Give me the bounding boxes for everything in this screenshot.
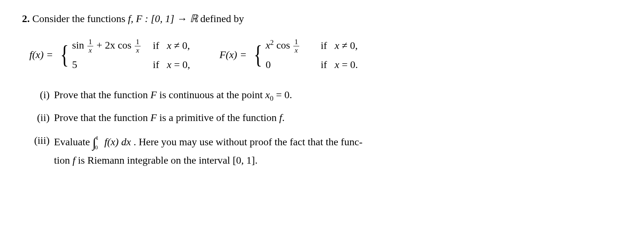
fraction: 1x [293,38,299,54]
f-case1-cond: if x ≠ 0, [153,38,190,53]
part-i-label: (i) [22,87,54,103]
f-case2-cond: if x = 0, [153,57,190,72]
part-i: (i) Prove that the function F is continu… [22,87,615,103]
fraction: 1x [87,38,93,54]
equation-big-f: F(x) = { x2 cos 1x if x ≠ 0, 0 if x = 0. [220,38,358,72]
equations-row: f(x) = { sin 1x + 2x cos 1x if x ≠ 0, 5 … [29,38,615,72]
part-ii: (ii) Prove that the function F is a prim… [22,110,615,125]
big-f-case2: 0 if x = 0. [265,57,358,72]
f-case1: sin 1x + 2x cos 1x if x ≠ 0, [72,38,190,54]
f-case2: 5 if x = 0, [72,57,190,72]
big-f-case1-cond: if x ≠ 0, [321,38,358,53]
big-f-case2-cond: if x = 0. [321,57,358,72]
integral: ∫10 [93,133,102,153]
problem-statement: 2. Consider the functions f, F : [0, 1] … [22,11,615,26]
big-f-cases: x2 cos 1x if x ≠ 0, 0 if x = 0. [265,38,358,72]
f-case1-expr: sin 1x + 2x cos 1x [72,38,153,54]
f-cases: sin 1x + 2x cos 1x if x ≠ 0, 5 if x = 0, [72,38,190,72]
problem-number: 2. [22,13,30,24]
f-label: f(x) = [29,47,53,63]
big-f-case1-expr: x2 cos 1x [265,38,321,54]
f-case2-expr: 5 [72,57,153,72]
part-iii-label: (iii) [22,133,54,148]
intro-text-pre: Consider the functions [32,13,128,24]
intro-text-post: defined by [198,13,244,24]
part-ii-label: (ii) [22,110,54,125]
part-ii-body: Prove that the function F is a primitive… [54,110,615,125]
equation-f: f(x) = { sin 1x + 2x cos 1x if x ≠ 0, 5 … [29,38,190,72]
brace-icon: { [60,45,69,65]
part-iii: (iii) Evaluate ∫10 f(x) dx . Here you ma… [22,133,615,168]
part-i-body: Prove that the function F is continuous … [54,87,615,103]
big-f-case2-expr: 0 [265,57,321,72]
brace-icon: { [254,45,263,65]
intro-math: f, F : [0, 1] → ℝ [128,13,198,24]
big-f-case1: x2 cos 1x if x ≠ 0, [265,38,358,54]
big-f-label: F(x) = [220,47,247,63]
fraction: 1x [135,38,141,54]
part-iii-body: Evaluate ∫10 f(x) dx . Here you may use … [54,133,615,168]
